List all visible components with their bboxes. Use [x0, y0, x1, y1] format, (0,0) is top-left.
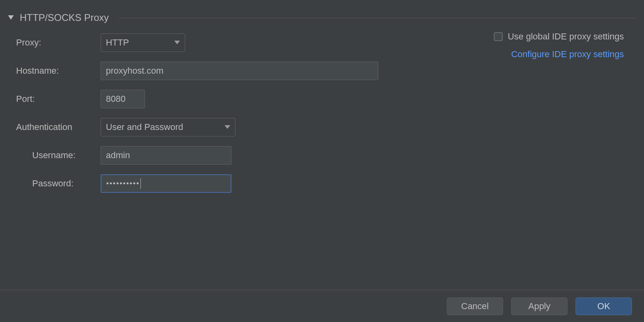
text-caret-icon: [140, 178, 141, 189]
top-right-group: Use global IDE proxy settings Configure …: [494, 31, 624, 60]
port-field[interactable]: 8080: [101, 90, 145, 108]
password-field[interactable]: ••••••••••: [101, 174, 231, 193]
apply-button-label: Apply: [528, 301, 550, 312]
cancel-button-label: Cancel: [461, 301, 489, 312]
password-value: ••••••••••: [106, 180, 140, 188]
hostname-value: proxyhost.com: [106, 66, 163, 76]
configure-ide-proxy-link[interactable]: Configure IDE proxy settings: [511, 49, 624, 60]
svg-marker-0: [8, 15, 14, 20]
use-global-proxy-label: Use global IDE proxy settings: [508, 31, 624, 42]
username-label: Username:: [16, 150, 97, 161]
svg-marker-2: [225, 125, 230, 129]
use-global-proxy-checkbox-row[interactable]: Use global IDE proxy settings: [494, 31, 624, 42]
dialog-footer: Cancel Apply OK: [0, 290, 644, 322]
chevron-down-icon: [225, 125, 230, 129]
ok-button[interactable]: OK: [576, 297, 632, 315]
use-global-proxy-checkbox[interactable]: [494, 32, 503, 41]
password-label: Password:: [16, 178, 97, 189]
port-value: 8080: [106, 94, 126, 104]
collapse-triangle-icon[interactable]: [8, 15, 14, 20]
username-field[interactable]: admin: [101, 146, 231, 165]
proxy-label: Proxy:: [16, 37, 97, 48]
section-divider: [119, 18, 636, 18]
section-header[interactable]: HTTP/SOCKS Proxy: [0, 0, 644, 27]
authentication-value: User and Password: [106, 122, 183, 132]
username-value: admin: [106, 150, 130, 161]
port-label: Port:: [16, 94, 97, 104]
chevron-down-icon: [174, 41, 180, 45]
hostname-label: Hostname:: [16, 66, 97, 76]
authentication-combo[interactable]: User and Password: [101, 118, 235, 136]
hostname-field[interactable]: proxyhost.com: [101, 62, 378, 80]
section-title: HTTP/SOCKS Proxy: [20, 12, 109, 23]
proxy-type-combo[interactable]: HTTP: [101, 33, 185, 52]
authentication-label: Authentication: [16, 122, 97, 132]
apply-button[interactable]: Apply: [511, 297, 568, 315]
content-area: Use global IDE proxy settings Configure …: [0, 27, 644, 193]
svg-marker-1: [174, 41, 180, 44]
proxy-type-value: HTTP: [106, 37, 129, 48]
cancel-button[interactable]: Cancel: [447, 297, 503, 315]
ok-button-label: OK: [597, 301, 610, 312]
